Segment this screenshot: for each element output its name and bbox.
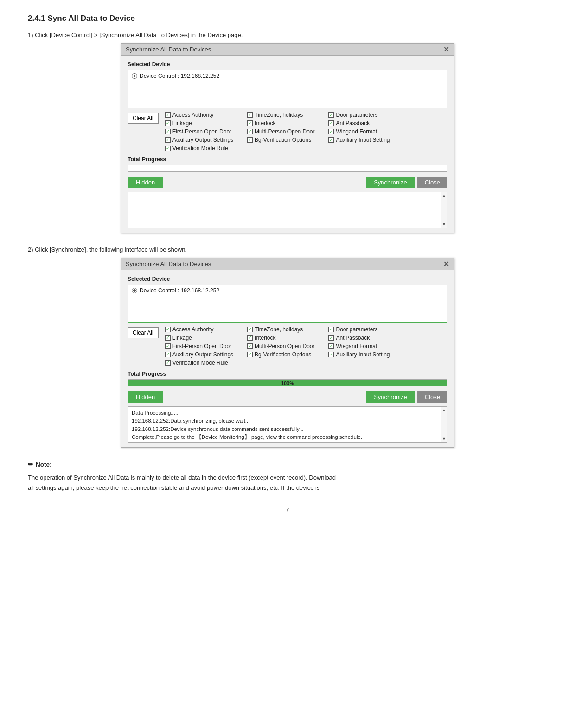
d2-chk-door-params-box[interactable] [328,327,334,332]
d2-chk-access-authority[interactable]: Access Authority [165,326,233,333]
dialog-1-hidden-btn[interactable]: Hidden [128,177,163,188]
dialog-2-hidden-btn[interactable]: Hidden [128,391,163,403]
scroll-down-icon[interactable]: ▼ [442,221,446,228]
dialog-1-radio-dot [132,73,137,79]
chk-aux-output[interactable]: Auxiliary Output Settings [165,137,233,143]
scroll-up-icon[interactable]: ▲ [442,192,446,199]
dialog-1-col1: Access Authority Linkage First-Person Op… [165,112,233,152]
d2-scroll-up-icon[interactable]: ▲ [442,407,446,413]
dialog-2-synchronize-btn[interactable]: Synchronize [366,391,415,403]
d2-chk-verification-mode[interactable]: Verification Mode Rule [165,360,233,366]
dialog-1-close-button[interactable]: Close [417,177,447,188]
chk-interlock[interactable]: Interlock [247,120,314,127]
d2-chk-timezone[interactable]: TimeZone, holidays [247,326,314,333]
dialog-2-options-row: Clear All Access Authority Linkage First… [128,326,447,366]
d2-chk-aux-input[interactable]: Auxiliary Input Setting [328,351,390,358]
dialog-2-col2: TimeZone, holidays Interlock Multi-Perso… [247,326,314,366]
dialog-2-scrollbar[interactable]: ▲ ▼ [441,407,447,442]
d2-chk-aux-input-box[interactable] [328,352,334,357]
chk-timezone-box[interactable] [247,112,253,118]
step1-text: 1) Click [Device Control] > [Synchronize… [28,32,547,38]
chk-multi-person-box[interactable] [247,129,253,134]
chk-timezone[interactable]: TimeZone, holidays [247,112,314,118]
chk-bg-verification-box[interactable] [247,137,253,143]
chk-interlock-box[interactable] [247,120,253,126]
d2-chk-aux-output-box[interactable] [165,352,171,357]
chk-antipassback[interactable]: AntiPassback [328,120,390,127]
dialog-1-close-btn[interactable]: ✕ [443,46,449,53]
chk-wiegand-box[interactable] [328,129,334,134]
dialog-1-clear-all-btn[interactable]: Clear All [128,113,159,124]
d2-chk-access-authority-box[interactable] [165,327,171,332]
dialog-2-progress-label: Total Progress [128,371,447,377]
chk-first-person[interactable]: First-Person Open Door [165,128,233,135]
dialog-2-progress-text: 100% [281,380,294,387]
chk-door-params-box[interactable] [328,112,334,118]
note-body: The operation of Synchronize All Data is… [28,473,547,493]
dialog-2-body: Selected Device Device Control : 192.168… [121,270,454,447]
note-title: ✏ Note: [28,461,547,468]
d2-chk-bg-verification[interactable]: Bg-Verification Options [247,351,314,358]
dialog-1-titlebar: Synchronize All Data to Devices ✕ [121,44,454,56]
d2-chk-wiegand-box[interactable] [328,343,334,349]
d2-chk-door-params[interactable]: Door parameters [328,326,390,333]
chk-bg-verification[interactable]: Bg-Verification Options [247,137,314,143]
d2-chk-timezone-box[interactable] [247,327,253,332]
d2-chk-multi-person[interactable]: Multi-Person Open Door [247,343,314,349]
dialog-1-checkboxes: Access Authority Linkage First-Person Op… [165,112,447,152]
dialog-2-log-text: Data Processing......192.168.12.252:Data… [132,409,437,441]
d2-chk-multi-person-box[interactable] [247,343,253,349]
dialog-1-progress-bar [128,165,447,172]
dialog-2-titlebar: Synchronize All Data to Devices ✕ [121,258,454,270]
dialog-2-close-btn[interactable]: ✕ [443,260,449,267]
d2-chk-verification-mode-box[interactable] [165,360,171,366]
d2-chk-aux-output[interactable]: Auxiliary Output Settings [165,351,233,358]
d2-chk-first-person-box[interactable] [165,343,171,349]
dialog-1: Synchronize All Data to Devices ✕ Select… [121,43,454,233]
dialog-2-footer: Hidden Synchronize Close [128,391,447,403]
chk-aux-input-box[interactable] [328,137,334,143]
d2-chk-bg-verification-box[interactable] [247,352,253,357]
chk-access-authority[interactable]: Access Authority [165,112,233,118]
dialog-1-device-list: Device Control : 192.168.12.252 [128,70,447,108]
dialog-1-log-box: ▲ ▼ [128,192,447,228]
dialog-2-close-button[interactable]: Close [417,391,447,403]
step2-text: 2) Click [Synchronize], the following in… [28,246,547,253]
d2-scroll-down-icon[interactable]: ▼ [442,436,446,442]
dialog-1-synchronize-btn[interactable]: Synchronize [366,177,415,188]
chk-linkage-box[interactable] [165,120,171,126]
dialog-2-btn-group: Synchronize Close [366,391,447,403]
chk-verification-mode-box[interactable] [165,146,171,151]
dialog-1-selected-device-label: Selected Device [128,61,447,68]
chk-multi-person[interactable]: Multi-Person Open Door [247,128,314,135]
chk-door-params[interactable]: Door parameters [328,112,390,118]
chk-wiegand[interactable]: Wiegand Format [328,128,390,135]
note-body-line2: all settings again, please keep the net … [28,484,319,491]
d2-chk-interlock[interactable]: Interlock [247,335,314,341]
note-section: ✏ Note: The operation of Synchronize All… [28,461,547,493]
note-body-line1: The operation of Synchronize All Data is… [28,474,336,481]
chk-access-authority-box[interactable] [165,112,171,118]
dialog-1-scrollbar[interactable]: ▲ ▼ [441,192,447,228]
dialog-2-clear-all-btn[interactable]: Clear All [128,327,159,338]
chk-verification-mode[interactable]: Verification Mode Rule [165,145,233,152]
chk-linkage[interactable]: Linkage [165,120,233,127]
dialog-2-checkboxes: Access Authority Linkage First-Person Op… [165,326,447,366]
dialog-1-device-name: Device Control : 192.168.12.252 [140,73,219,79]
d2-chk-wiegand[interactable]: Wiegand Format [328,343,390,349]
dialog-2-device-item: Device Control : 192.168.12.252 [132,287,443,294]
d2-chk-linkage-box[interactable] [165,335,171,341]
chk-aux-input[interactable]: Auxiliary Input Setting [328,137,390,143]
chk-aux-output-box[interactable] [165,137,171,143]
d2-chk-first-person[interactable]: First-Person Open Door [165,343,233,349]
dialog-2-device-name: Device Control : 192.168.12.252 [140,287,219,294]
chk-antipassback-box[interactable] [328,120,334,126]
dialog-2-radio-dot [132,288,137,293]
chk-first-person-box[interactable] [165,129,171,134]
d2-chk-linkage[interactable]: Linkage [165,335,233,341]
d2-chk-interlock-box[interactable] [247,335,253,341]
d2-chk-antipassback[interactable]: AntiPassback [328,335,390,341]
dialog-1-body: Selected Device Device Control : 192.168… [121,56,454,233]
dialog-2-log-box: Data Processing......192.168.12.252:Data… [128,406,447,443]
d2-chk-antipassback-box[interactable] [328,335,334,341]
